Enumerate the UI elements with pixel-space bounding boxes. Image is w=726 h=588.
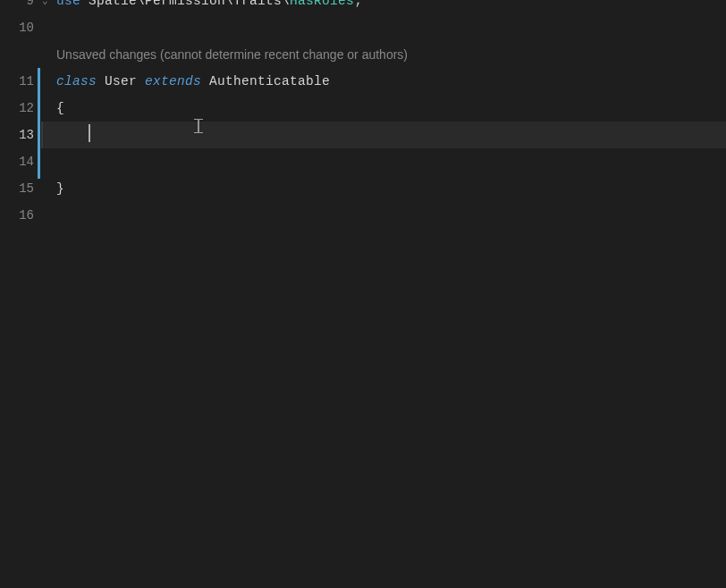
line-number: 9 xyxy=(0,0,43,14)
parent-class: Authenticatable xyxy=(201,74,330,88)
line-number: 10 xyxy=(0,14,43,41)
code-line-empty[interactable] xyxy=(43,202,726,229)
code-line-active[interactable] xyxy=(41,122,726,148)
line-number-gutter: 9 10 11 12 13 14 15 16 xyxy=(0,0,43,588)
line-number: 15 xyxy=(0,175,43,202)
brace-open: { xyxy=(56,101,64,115)
code-line-open-brace[interactable]: { xyxy=(43,95,726,122)
namespace-separator: \ xyxy=(225,0,233,8)
brace-close: } xyxy=(56,181,64,196)
code-content-area[interactable]: use Spatie\Permission\Traits\HasRoles; U… xyxy=(43,0,726,588)
line-number: 14 xyxy=(0,148,43,175)
keyword-class: class xyxy=(56,74,97,88)
code-line-close-brace[interactable]: } xyxy=(43,175,726,202)
namespace-separator: \ xyxy=(282,0,290,8)
keyword-use: use xyxy=(56,0,80,8)
code-line-class-declaration[interactable]: class User extends Authenticatable xyxy=(43,68,726,95)
namespace-segment: Traits xyxy=(233,0,282,8)
namespace-separator: \ xyxy=(137,0,145,8)
line-number-annotation-spacer xyxy=(0,41,43,68)
terminator: ; xyxy=(354,0,362,8)
class-name: User xyxy=(97,74,145,88)
line-number-active: 13 xyxy=(0,122,43,148)
class-reference: HasRoles xyxy=(290,0,354,8)
line-number: 16 xyxy=(0,202,43,229)
line-number: 11 xyxy=(0,68,43,95)
line-number: 12 xyxy=(0,95,43,122)
text-cursor xyxy=(89,124,90,142)
code-line-empty[interactable] xyxy=(43,148,726,175)
modification-indicator xyxy=(38,68,40,179)
code-line-empty[interactable] xyxy=(43,14,726,41)
namespace-segment: Permission xyxy=(145,0,225,8)
git-blame-annotation: Unsaved changes (cannot determine recent… xyxy=(43,41,726,68)
code-line-use-statement[interactable]: use Spatie\Permission\Traits\HasRoles; xyxy=(43,0,726,14)
namespace-segment: Spatie xyxy=(80,0,137,8)
keyword-extends: extends xyxy=(145,74,201,88)
code-editor[interactable]: ⌄ 9 10 11 12 13 14 15 16 use Spatie\Perm… xyxy=(0,0,726,588)
indentation xyxy=(56,128,89,142)
